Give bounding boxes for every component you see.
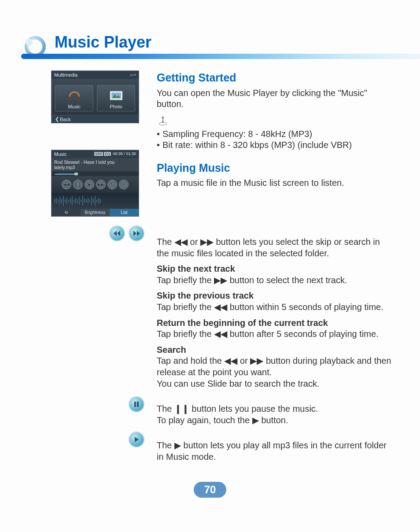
- repeat-footer-button[interactable]: ⟲: [52, 209, 81, 216]
- tap-hand-icon: [157, 115, 169, 126]
- photo-icon: [108, 89, 125, 102]
- close-button[interactable]: ✕: [119, 180, 129, 189]
- spec-sampling: •Sampling Frequency: 8 - 48kHz (MP3): [157, 129, 394, 140]
- seek-slider[interactable]: [52, 172, 139, 176]
- playing-music-heading: Playing Music: [157, 161, 394, 175]
- getting-started-intro: You can open the Music Player by clickin…: [157, 88, 394, 110]
- search-body: Tap and hold the ◀◀ or ▶▶ button during …: [157, 355, 394, 378]
- svg-marker-7: [117, 231, 120, 236]
- skip-next-heading: Skip the next track: [157, 263, 394, 275]
- pause-desc-2: To play again, touch the ▶ button.: [157, 415, 394, 426]
- photo-label: Photo: [97, 104, 135, 109]
- music-app-button[interactable]: Music: [55, 85, 93, 111]
- rewind-round-icon: [109, 225, 125, 241]
- skip-intro: The ◀◀ or ▶▶ button lets you select the …: [157, 236, 394, 259]
- time-display: SRPEQ 00:35 / 01:30: [94, 151, 136, 157]
- play-button[interactable]: ▶: [85, 180, 94, 189]
- return-body: Tap briefly the ◀◀ button after 5 second…: [157, 329, 394, 340]
- svg-marker-8: [114, 231, 117, 236]
- forward-round-icon: [129, 225, 144, 241]
- multimedia-header-label: Multimedia: [54, 72, 77, 78]
- skip-prev-heading: Skip the previous track: [157, 290, 394, 302]
- brightness-button[interactable]: Brightness: [81, 209, 110, 216]
- multimedia-screenshot: Multimedia ▭× Music: [51, 70, 139, 123]
- waveform-display: [52, 193, 139, 209]
- pause-desc-1: The ❙❙ button lets you pause the music.: [157, 403, 394, 415]
- svg-point-3: [77, 96, 81, 101]
- svg-point-2: [68, 96, 72, 101]
- list-button[interactable]: List: [110, 209, 139, 216]
- pause-round-icon: [129, 396, 144, 412]
- getting-started-heading: Getting Started: [157, 70, 394, 85]
- svg-marker-10: [137, 231, 140, 236]
- music-header-label: Music: [54, 151, 67, 157]
- spec-bitrate: •Bit rate: within 8 - 320 kbps (MP3) (in…: [157, 140, 394, 151]
- headphones-icon: [66, 89, 83, 102]
- skip-prev-body: Tap briefly the ◀◀ button within 5 secon…: [157, 302, 394, 313]
- pause-button[interactable]: ❙❙: [73, 180, 83, 189]
- svg-marker-13: [135, 437, 139, 442]
- next-button[interactable]: ▶▶: [96, 180, 106, 189]
- svg-point-1: [26, 39, 33, 46]
- play-desc: The ▶ button lets you play all mp3 files…: [157, 440, 394, 462]
- search-heading: Search: [157, 344, 394, 356]
- header-gradient-bar: [21, 54, 420, 59]
- svg-rect-11: [134, 402, 136, 407]
- photo-app-button[interactable]: Photo: [97, 85, 135, 111]
- prev-button[interactable]: ◀◀: [62, 180, 71, 189]
- skip-next-body: Tap briefly the ▶▶ button to select the …: [157, 275, 394, 286]
- page-number: 70: [194, 482, 226, 498]
- svg-point-15: [162, 121, 164, 123]
- search-slider: You can use Slide bar to search the trac…: [157, 378, 394, 390]
- back-button[interactable]: ❮ Back: [52, 115, 139, 123]
- svg-marker-9: [133, 231, 136, 236]
- music-label: Music: [55, 104, 93, 109]
- music-player-screenshot: Music SRPEQ 00:35 / 01:30 Rod Stewart - …: [51, 150, 139, 217]
- page-title: Music Player: [55, 33, 151, 52]
- window-control-icon: ▭×: [130, 73, 136, 77]
- repeat-button[interactable]: ↻: [107, 180, 117, 189]
- play-round-icon: [129, 432, 144, 447]
- track-name: Rod Stewart - Have I told you lately.mp3: [52, 158, 139, 172]
- return-heading: Return the beginning of the current trac…: [157, 318, 394, 329]
- playing-music-intro: Tap a music file in the Music list scree…: [157, 177, 394, 189]
- svg-rect-12: [137, 402, 139, 407]
